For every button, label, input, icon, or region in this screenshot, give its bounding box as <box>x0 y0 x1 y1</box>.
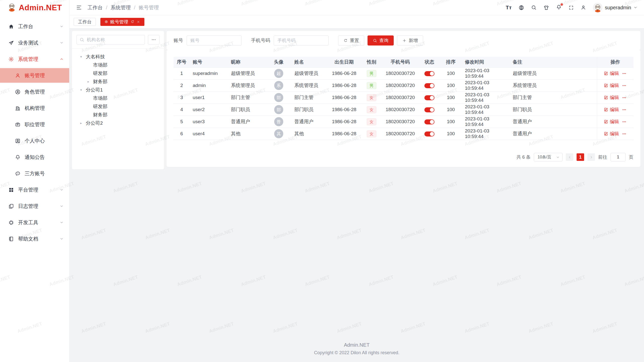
status-toggle[interactable] <box>424 83 434 88</box>
tree-caret-down-icon[interactable]: ▾ <box>80 55 86 59</box>
page-number-1[interactable]: 1 <box>577 153 584 161</box>
sidebar-item-system[interactable]: 系统管理 <box>0 52 69 66</box>
row-more-button[interactable] <box>622 71 627 76</box>
add-button[interactable]: 新增 <box>397 35 423 46</box>
sidebar-subitem-position[interactable]: 职位管理 <box>0 117 69 132</box>
page-size-select[interactable]: 10条/页 <box>534 153 562 161</box>
edit-button[interactable]: 编辑 <box>604 82 619 88</box>
status-toggle[interactable] <box>424 95 434 100</box>
tab-refresh-icon[interactable] <box>131 20 134 24</box>
edit-button[interactable]: 编辑 <box>604 131 619 137</box>
row-more-button[interactable] <box>622 107 627 112</box>
menu-item-label: 日志管理 <box>18 203 38 210</box>
sidebar-subitem-notice[interactable]: 通知公告 <box>0 150 69 164</box>
status-toggle[interactable] <box>424 131 434 137</box>
language-icon[interactable] <box>518 5 524 11</box>
cell-account: user4 <box>190 128 228 140</box>
reset-button[interactable]: 重置 <box>338 35 364 46</box>
cell-nickname: 部门主管 <box>228 92 266 104</box>
row-index: 4 <box>174 104 190 116</box>
font-size-icon[interactable]: Tт <box>506 5 512 11</box>
sidebar-item-business-test[interactable]: 业务测试 <box>0 35 69 50</box>
sidebar-subitem-org[interactable]: 机构管理 <box>0 101 69 115</box>
tree-node[interactable]: 市场部 <box>72 94 164 102</box>
phone-input[interactable] <box>274 35 329 46</box>
cell-account: admin <box>190 79 228 92</box>
breadcrumb-item[interactable]: 系统管理 <box>111 4 131 11</box>
row-more-button[interactable] <box>622 83 627 88</box>
sidebar-subitem-account[interactable]: 账号管理 <box>0 68 69 83</box>
sidebar-item-help[interactable]: 帮助文档 <box>0 232 69 246</box>
sidebar-subitem-profile[interactable]: 个人中心 <box>0 133 69 148</box>
tree-node[interactable]: ▾分公司1 <box>72 86 164 94</box>
tree-node[interactable]: 研发部 <box>72 69 164 77</box>
edit-button[interactable]: 编辑 <box>604 119 619 125</box>
role-icon <box>15 89 21 95</box>
next-page-button[interactable] <box>587 153 595 161</box>
tree-node-label: 市场部 <box>93 62 107 68</box>
tab-label: 账号管理 <box>110 19 128 25</box>
column-header: 昵称 <box>228 57 266 67</box>
tree-node[interactable]: 研发部 <box>72 102 164 111</box>
tree-caret-right-icon[interactable]: ▸ <box>88 80 93 83</box>
tabbar: 工作台账号管理 <box>69 15 644 28</box>
org-more-button[interactable] <box>148 35 159 44</box>
edit-button[interactable]: 编辑 <box>604 70 619 76</box>
cell-name: 部门职员 <box>291 104 327 116</box>
status-toggle[interactable] <box>424 119 434 124</box>
edit-button[interactable]: 编辑 <box>604 95 619 101</box>
sidebar-subitem-third-account[interactable]: 三方账号 <box>0 166 69 181</box>
account-input[interactable] <box>187 35 242 46</box>
column-header: 操作 <box>597 57 633 67</box>
cell-sort: 100 <box>440 116 462 128</box>
sidebar-item-log[interactable]: 日志管理 <box>0 199 69 213</box>
tree-node[interactable]: ▾大名科技 <box>72 53 164 61</box>
pagination-total: 共 6 条 <box>516 154 531 160</box>
app-logo[interactable]: Admin.NET <box>0 0 69 16</box>
tree-caret-down-icon[interactable]: ▾ <box>80 88 86 92</box>
user-center-icon[interactable] <box>581 5 586 10</box>
sidebar-item-devtools[interactable]: 开发工具 <box>0 215 69 230</box>
tab-active[interactable]: 账号管理 <box>100 18 144 26</box>
footer-title: Admin.NET <box>69 342 644 348</box>
tree-node-label: 分公司2 <box>86 120 103 126</box>
tab-close-icon[interactable] <box>137 20 140 24</box>
tree-node[interactable]: ▸分公司2 <box>72 119 164 127</box>
fullscreen-icon[interactable] <box>569 5 574 10</box>
row-more-button[interactable] <box>622 131 627 136</box>
search-icon[interactable] <box>531 5 537 10</box>
tree-node[interactable]: 财务部 <box>72 111 164 119</box>
cell-phone: 18020030720 <box>381 116 419 128</box>
cell-name: 普通用户 <box>291 116 327 128</box>
menu-fold-icon[interactable] <box>76 5 82 11</box>
cell-birthdate: 1986-06-28 <box>327 79 362 92</box>
sidebar-item-workbench[interactable]: 工作台 <box>0 19 69 34</box>
cell-operations: 编辑 <box>597 128 633 140</box>
tree-node[interactable]: ▸财务部 <box>72 77 164 86</box>
status-toggle[interactable] <box>424 107 434 112</box>
user-menu[interactable]: superadmin <box>593 3 637 12</box>
cell-sort: 100 <box>440 104 462 116</box>
menu-item-label: 机构管理 <box>25 105 45 112</box>
edit-button[interactable]: 编辑 <box>604 107 619 113</box>
sidebar-item-platform[interactable]: 平台管理 <box>0 183 69 197</box>
tab-item[interactable]: 工作台 <box>74 18 96 26</box>
query-button[interactable]: 查询 <box>368 35 394 46</box>
notification-bell-icon[interactable] <box>556 4 562 11</box>
row-more-button[interactable] <box>622 119 627 124</box>
sidebar-subitem-role[interactable]: 角色管理 <box>0 84 69 99</box>
tree-node[interactable]: 市场部 <box>72 61 164 69</box>
breadcrumb-item[interactable]: 工作台 <box>88 4 103 11</box>
status-toggle[interactable] <box>424 71 434 76</box>
row-more-button[interactable] <box>622 95 627 100</box>
menu-item-label: 帮助文档 <box>18 236 38 242</box>
org-name-search-input[interactable] <box>76 35 145 44</box>
cell-status <box>419 104 440 116</box>
prev-page-button[interactable] <box>566 153 573 161</box>
theme-shirt-icon[interactable] <box>543 5 549 11</box>
chevron-down-icon <box>60 41 64 45</box>
tree-caret-right-icon[interactable]: ▸ <box>80 121 86 125</box>
cell-modified-time: 2023-01-03 10:59:44 <box>462 92 510 104</box>
chevron-down-icon <box>60 220 64 224</box>
goto-page-input[interactable] <box>611 153 626 161</box>
